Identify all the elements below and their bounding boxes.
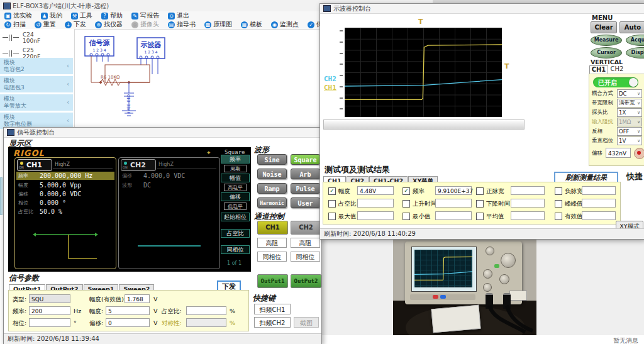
measure-value-负脉宽[interactable] <box>582 186 616 195</box>
scope-titlebar[interactable]: 示波器控制台 <box>320 4 644 14</box>
toolbar-template[interactable]: ▦模板 <box>236 20 267 29</box>
vertical-tab-ch1[interactable]: CH1 <box>589 65 608 74</box>
measure-checkbox-正脉宽[interactable] <box>476 187 484 195</box>
measure-checkbox-最小值[interactable] <box>402 213 410 220</box>
vertical-tab-ch2[interactable]: CH2 <box>608 65 626 74</box>
softkey-周期[interactable]: 周期 <box>224 165 247 172</box>
measure-checkbox-频率[interactable]: ✓ <box>402 187 410 195</box>
waveform-button-Pulse[interactable]: Pulse <box>291 183 320 194</box>
measure-checkbox-下降时间[interactable] <box>476 200 484 208</box>
ch1-hiz-button[interactable]: 高阻 <box>257 238 287 248</box>
sidebar-module-电阻包3[interactable]: 模块电阻包3‹ <box>0 76 73 92</box>
channel-ch2-button[interactable]: CH2 <box>291 221 321 235</box>
ch1-same-phase-button[interactable]: 同相位 <box>257 252 287 262</box>
waveform-button-Square[interactable]: Square <box>291 154 320 165</box>
menu-item-exit[interactable]: ⊙退出 <box>164 11 194 20</box>
sweep-ch1-button[interactable]: 扫频CH1 <box>254 304 291 314</box>
freq-input[interactable]: 200 <box>29 306 70 315</box>
channel-ch1-button[interactable]: CH1 <box>257 221 288 235</box>
vertical-row-dropdown[interactable]: 满带宽∨ <box>617 99 642 108</box>
sidebar-module-单管放大[interactable]: 模块单管放大‹ <box>0 94 73 111</box>
acquire-button[interactable]: Acquire <box>626 35 644 46</box>
siggen-titlebar[interactable]: 信号源控制台 <box>4 128 321 138</box>
waveform-button-Noise[interactable]: Noise <box>257 169 287 179</box>
record-button[interactable] <box>634 148 644 159</box>
symmetry-input[interactable] <box>186 318 226 327</box>
softkey-低电平[interactable]: 低电平 <box>224 203 247 210</box>
toolbar-find-instrument[interactable]: ⊕找仪器 <box>91 20 127 29</box>
softkey-高电平[interactable]: 高电平 <box>224 184 247 191</box>
menu-item-report[interactable]: ✎写报告 <box>127 11 164 20</box>
measure-checkbox-平均值[interactable] <box>476 213 484 220</box>
trigger-marker-right[interactable]: T <box>504 62 509 70</box>
clear-button[interactable]: Clear <box>591 21 617 33</box>
output2-button[interactable]: OutPut2 <box>291 274 321 288</box>
ch2-same-phase-button[interactable]: 同相位 <box>291 252 320 262</box>
measure-value-频率[interactable]: 9.9100E+37 <box>435 186 472 195</box>
waveform-button-Sine[interactable]: Sine <box>257 154 287 165</box>
offset-input[interactable]: 0 <box>106 318 150 327</box>
vertical-row-dropdown[interactable]: DC∨ <box>617 89 642 98</box>
sidebar-module-电容包2[interactable]: 模块电容包2‹ <box>0 58 73 74</box>
rigol-ch1-panel[interactable]: ON CH1 HighZ 频率200.000,000 Hz幅度5.000,0 V… <box>14 157 116 269</box>
menu-item-experiment[interactable]: ▣选实验 <box>0 11 36 20</box>
measure-checkbox-占空比[interactable] <box>328 200 336 208</box>
softkey-占空比[interactable]: 占空比 <box>221 229 250 238</box>
measure-checkbox-幅度[interactable]: ✓ <box>328 187 336 195</box>
measure-checkbox-峰峰值[interactable] <box>555 200 562 208</box>
measure-checkbox-上升时间[interactable] <box>402 200 410 208</box>
channel-enabled-toggle[interactable]: 已开启 <box>593 77 638 87</box>
measure-checkbox-最大值[interactable] <box>328 213 336 220</box>
waveform-button-Harmonic[interactable]: Harmonic <box>257 197 287 208</box>
snapshot-button[interactable]: 截图 <box>294 317 319 328</box>
toolbar-send[interactable]: ↓下发 <box>60 20 91 29</box>
measure-value-正脉宽[interactable] <box>511 186 545 195</box>
duty-input[interactable] <box>186 306 226 315</box>
toolbar-guide[interactable]: ▤指导书 <box>164 20 200 29</box>
menu-item-help[interactable]: ?帮助 <box>97 11 127 20</box>
softkey-偏移[interactable]: 偏移 <box>221 192 250 201</box>
measure-button[interactable]: Measure <box>591 35 622 46</box>
output1-button[interactable]: OutPut1 <box>257 274 288 288</box>
menu-item-user[interactable]: ♟我的 <box>36 11 67 20</box>
measure-value-下降时间[interactable] <box>511 199 545 208</box>
measure-value-平均值[interactable] <box>511 211 545 220</box>
waveform-button-User[interactable]: User <box>291 197 320 208</box>
scope-h-scrollbar[interactable] <box>323 119 525 130</box>
rms-input[interactable]: 1.768 <box>125 294 150 303</box>
measure-value-有效值[interactable] <box>582 211 616 220</box>
toolbar-scan[interactable]: ↻扫描 <box>0 20 30 29</box>
cursor-button[interactable]: Cursor <box>591 47 622 58</box>
measure-value-最小值[interactable] <box>435 211 472 220</box>
vertical-row-dropdown[interactable]: 1V∨ <box>617 136 642 145</box>
softkey-同相位[interactable]: 同相位 <box>221 245 250 254</box>
offset-row-input[interactable]: 432nV <box>606 148 631 158</box>
measure-value-峰峰值[interactable] <box>582 199 616 208</box>
sweep-ch2-button[interactable]: 扫频CH2 <box>254 317 291 328</box>
display-button[interactable]: Display <box>626 47 644 58</box>
measure-value-上升时间[interactable] <box>435 199 472 208</box>
softkey-频率[interactable]: 频率 <box>221 155 250 164</box>
vertical-row-dropdown[interactable]: 1X∨ <box>617 108 642 117</box>
trigger-marker-top[interactable]: T <box>418 18 423 26</box>
toolbar-reset[interactable]: ↺重置 <box>30 20 60 29</box>
menu-item-tools[interactable]: ⚒工具 <box>67 11 97 20</box>
waveform-button-Ramp[interactable]: Ramp <box>257 183 287 194</box>
measure-value-幅度[interactable]: 4.48V <box>357 186 394 195</box>
measure-checkbox-负脉宽[interactable] <box>555 187 562 195</box>
softkey-起始相位[interactable]: 起始相位 <box>221 213 250 221</box>
measure-value-占空比[interactable] <box>357 199 394 208</box>
measure-value-最大值[interactable] <box>357 211 394 220</box>
vertical-row-dropdown[interactable]: OFF∨ <box>617 127 642 136</box>
phase-input[interactable] <box>29 318 70 327</box>
type-input[interactable]: SQU <box>29 294 70 303</box>
auto-button[interactable]: Auto <box>619 21 644 33</box>
amp-input[interactable]: 5 <box>106 306 150 315</box>
rigol-ch2-panel[interactable]: ON CH2 HighZ 偏移4.000,0 VDC波形DC <box>118 157 220 269</box>
softkey-幅值[interactable]: 幅值 <box>221 174 250 182</box>
measure-checkbox-有效值[interactable] <box>555 213 562 220</box>
toolbar-monitor[interactable]: ◉监测点 <box>267 20 303 29</box>
ch2-hiz-button[interactable]: 高阻 <box>291 238 320 248</box>
sidebar-component-C24[interactable]: C24100nF <box>3 31 40 44</box>
waveform-button-Arb[interactable]: Arb <box>291 169 320 179</box>
